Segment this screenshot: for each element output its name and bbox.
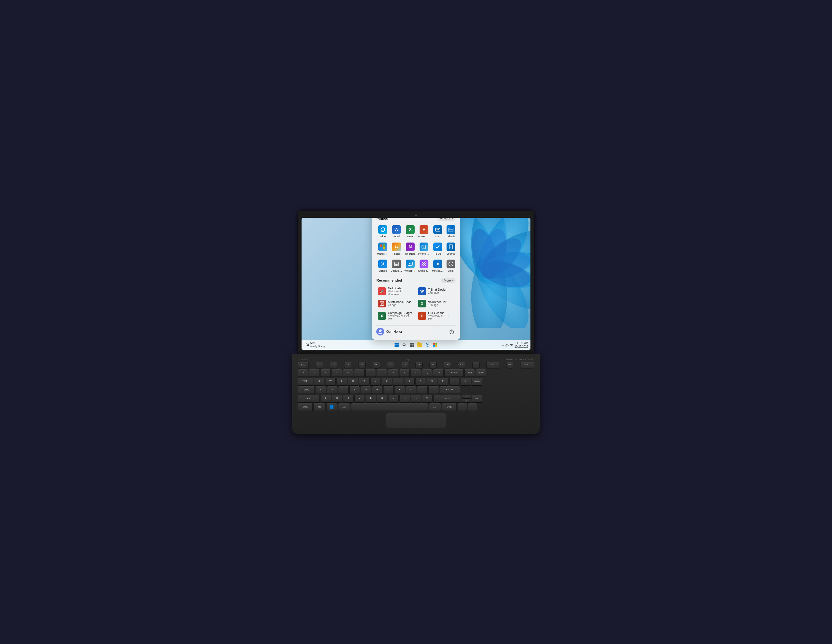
key-space[interactable]	[351, 403, 428, 411]
key-3[interactable]: 3	[331, 369, 342, 377]
app-journal[interactable]: Journal	[445, 241, 457, 257]
key-2[interactable]: 2	[320, 369, 331, 377]
key-5[interactable]: 5	[354, 369, 365, 377]
key-u[interactable]: U	[382, 377, 392, 385]
key-4[interactable]: 4	[343, 369, 353, 377]
all-apps-button[interactable]: All apps ›	[437, 218, 456, 221]
key-0[interactable]: 0	[411, 369, 421, 377]
key-f11[interactable]: F11	[458, 362, 465, 368]
key-arrow-left[interactable]: ←	[458, 403, 467, 411]
key-f12[interactable]: F12	[472, 362, 480, 368]
key-tab[interactable]: TAB	[298, 377, 313, 385]
key-t[interactable]: T	[359, 377, 370, 385]
app-phone-link[interactable]: Phone Link	[418, 241, 430, 257]
app-excel[interactable]: X Excel	[404, 224, 416, 240]
taskbar-store[interactable]	[432, 342, 438, 348]
key-h[interactable]: H	[372, 386, 382, 394]
key-backtick[interactable]: ` ~	[298, 369, 308, 377]
key-shift-left[interactable]: SHIFT	[298, 395, 320, 402]
key-f8[interactable]: F8	[416, 362, 422, 368]
key-f10[interactable]: F10	[444, 362, 451, 368]
user-info[interactable]: Guri Holter	[376, 328, 402, 336]
key-f2[interactable]: F2	[330, 362, 337, 368]
app-todo[interactable]: To Do	[431, 241, 444, 257]
app-ms-store[interactable]: Microsoft Store	[376, 241, 389, 257]
key-w[interactable]: W	[325, 377, 336, 385]
key-f7[interactable]: F7	[401, 362, 408, 368]
key-z[interactable]: Z	[320, 395, 331, 402]
key-m[interactable]: M	[388, 395, 398, 402]
key-pgup[interactable]: PG UP	[476, 369, 486, 377]
app-calendar[interactable]: Calendar	[445, 224, 457, 240]
key-6[interactable]: 6	[365, 369, 376, 377]
key-delete[interactable]: DELETE	[520, 362, 534, 368]
key-period[interactable]: . >	[411, 395, 421, 402]
key-s[interactable]: S	[327, 386, 337, 394]
key-r[interactable]: R	[348, 377, 358, 385]
key-q[interactable]: Q	[314, 377, 325, 385]
key-slash[interactable]: / ?	[422, 395, 432, 402]
key-f5[interactable]: F5	[373, 362, 380, 368]
app-powerpoint[interactable]: P PowerPoint	[418, 224, 430, 240]
key-equals[interactable]: = +	[433, 369, 443, 377]
key-y[interactable]: Y	[370, 377, 381, 385]
taskbar-search-button[interactable]	[401, 342, 408, 348]
key-k[interactable]: K	[395, 386, 405, 394]
app-utilities[interactable]: Utilities	[376, 258, 389, 274]
taskbar-edge[interactable]	[424, 342, 431, 348]
key-n[interactable]: N	[377, 395, 387, 402]
key-v[interactable]: V	[354, 395, 365, 402]
key-f1[interactable]: F1	[316, 362, 323, 368]
key-fn-key[interactable]: FN	[314, 403, 325, 411]
key-pgdn[interactable]: PG DN	[472, 377, 482, 385]
key-i[interactable]: I	[393, 377, 403, 385]
clock-display[interactable]: 11:11 AM 10/27/2023	[515, 341, 528, 348]
key-semicolon[interactable]: ; :	[417, 386, 427, 394]
key-ctrl-left[interactable]: CTRL	[298, 403, 312, 411]
rec-our-oceans[interactable]: P Our Oceans Yesterday at 1:15 PM	[416, 310, 456, 322]
key-f4[interactable]: F4	[358, 362, 366, 368]
key-p[interactable]: P	[416, 377, 426, 385]
app-snipping-tool[interactable]: Snipping Tool	[418, 258, 430, 274]
tray-chevron[interactable]: ∧	[502, 344, 504, 346]
key-f3[interactable]: F3	[344, 362, 351, 368]
key-quote[interactable]: ' "	[428, 386, 439, 394]
key-comma[interactable]: , <	[400, 395, 410, 402]
key-ctrl-right[interactable]: CTRL	[442, 403, 457, 411]
key-end[interactable]: END	[472, 395, 482, 402]
app-whiteboard[interactable]: Whiteboard	[404, 258, 416, 274]
key-enter[interactable]: ENTER	[440, 386, 460, 394]
weather-widget[interactable]: 🌤 68°F Mostly Sunny	[304, 341, 327, 348]
app-mail[interactable]: Mail	[431, 224, 444, 240]
key-d[interactable]: D	[338, 386, 349, 394]
rec-sustainable-seas[interactable]: Sustainable Seas 2h ago	[376, 298, 416, 309]
key-e[interactable]: E	[336, 377, 347, 385]
more-button[interactable]: More ›	[441, 278, 456, 283]
key-l[interactable]: L	[406, 386, 416, 394]
key-g[interactable]: G	[361, 386, 371, 394]
key-minus[interactable]: - _	[422, 369, 432, 377]
key-arrow-up[interactable]: ↑	[462, 395, 471, 398]
key-c[interactable]: C	[343, 395, 354, 402]
key-alt-right[interactable]: ALT	[429, 403, 441, 411]
key-j[interactable]: J	[383, 386, 394, 394]
key-f[interactable]: F	[349, 386, 360, 394]
key-rbracket[interactable]: ] }	[438, 377, 448, 385]
app-photos[interactable]: Photos	[390, 241, 403, 257]
key-arrow-down[interactable]: ↓	[462, 399, 471, 402]
key-8[interactable]: 8	[388, 369, 398, 377]
key-capslock[interactable]: CAPS	[298, 386, 315, 394]
key-b[interactable]: B	[366, 395, 376, 402]
app-onenote[interactable]: N OneNote	[404, 241, 416, 257]
key-windows[interactable]	[326, 403, 337, 411]
key-lbracket[interactable]: [ {	[427, 377, 437, 385]
taskbar-task-view[interactable]	[409, 342, 416, 348]
key-alt-left[interactable]: ALT	[338, 403, 350, 411]
rec-tshirt-design[interactable]: W T-Shirt Design 17m ago	[416, 285, 456, 297]
key-del-row2[interactable]: DEL	[461, 377, 471, 385]
app-edge[interactable]: Edge	[376, 224, 389, 240]
app-movies[interactable]: Movies & TV	[431, 258, 444, 274]
key-insert[interactable]: INS	[506, 362, 514, 368]
rec-get-started[interactable]: 🚀 Get Started Welcome to Windows	[376, 285, 416, 297]
key-a[interactable]: A	[315, 386, 326, 394]
